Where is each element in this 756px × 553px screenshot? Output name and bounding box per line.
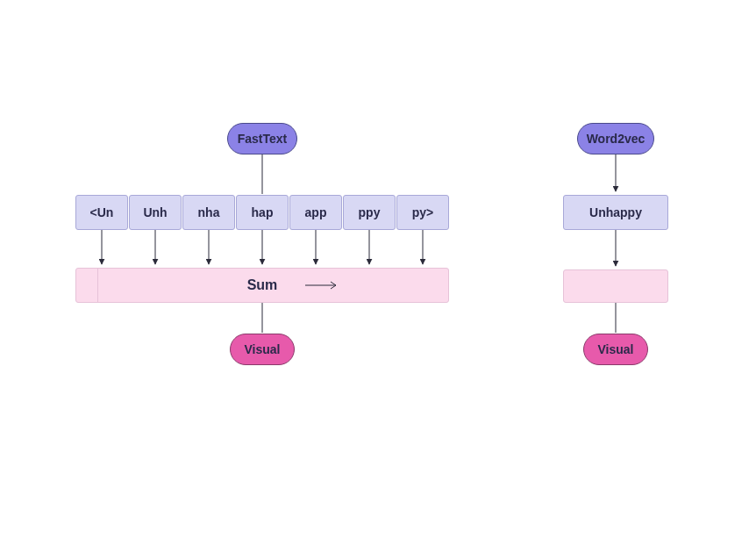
diagram-stage: FastText <Un Unh nha hap app ppy py> Sum…	[0, 0, 756, 553]
fasttext-title-pill: FastText	[227, 123, 297, 154]
word2vec-title-pill: Word2vec	[577, 123, 654, 154]
word2vec-title-label: Word2vec	[587, 132, 645, 146]
token-label: <Un	[90, 205, 114, 219]
word-label: Unhappy	[589, 205, 642, 219]
token-box-1: Unh	[129, 195, 182, 230]
token-label: app	[305, 205, 327, 219]
token-box-0: <Un	[75, 195, 128, 230]
token-box-5: ppy	[343, 195, 396, 230]
sum-label: Sum	[76, 269, 448, 302]
token-box-6: py>	[396, 195, 449, 230]
visual-output-label: Visual	[245, 342, 281, 356]
fasttext-title-label: FastText	[238, 132, 288, 146]
vector-box	[563, 269, 668, 303]
visual-output-label: Visual	[598, 342, 634, 356]
visual-output-right: Visual	[583, 334, 648, 365]
word-box: Unhappy	[563, 195, 668, 230]
sum-bar: Sum	[75, 268, 449, 303]
visual-output-left: Visual	[230, 334, 295, 365]
token-box-2: nha	[182, 195, 235, 230]
token-label: nha	[198, 205, 220, 219]
token-label: py>	[412, 205, 434, 219]
token-label: Unh	[143, 205, 167, 219]
token-label: ppy	[359, 205, 381, 219]
token-box-4: app	[289, 195, 342, 230]
arrow-right-icon	[304, 280, 341, 291]
token-box-3: hap	[236, 195, 289, 230]
token-label: hap	[252, 205, 274, 219]
